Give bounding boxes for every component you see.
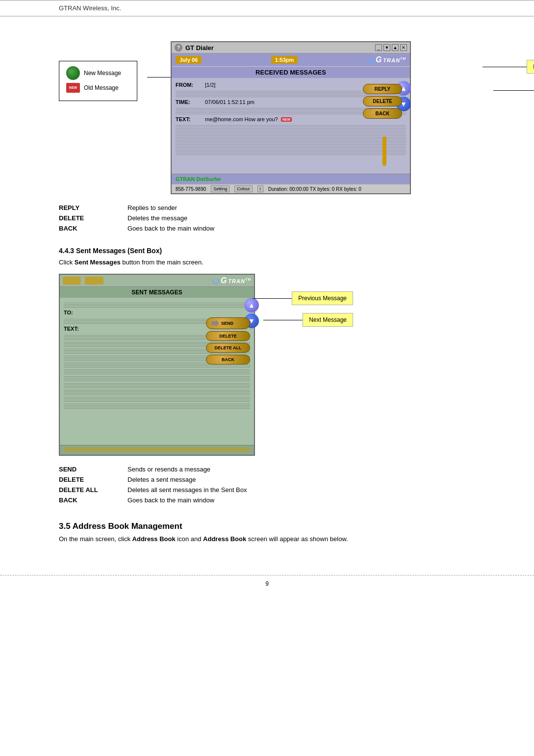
- text-label: TEXT:: [176, 116, 205, 122]
- sent-section-para: Click Sent Messages button from the main…: [59, 259, 475, 266]
- new-message-label: New Message: [84, 70, 121, 77]
- sent-logo: G TRANTM: [212, 276, 251, 285]
- dialer-footer-brand: GTRAN DotSurfer: [172, 174, 410, 184]
- sent-desc-deleteall-row: DELETE ALL Deletes all sent messages in …: [59, 486, 475, 494]
- colour-button[interactable]: Colour: [234, 185, 253, 192]
- page-content: New Message NEW Old Message ? GT Dialer: [0, 17, 534, 560]
- send-label: SEND: [221, 321, 233, 326]
- stripe-6: [176, 144, 406, 149]
- sent-prev-message-label: Previous Message: [292, 291, 353, 305]
- sent-date-pill-2: [85, 277, 103, 285]
- sent-rest: button from the main screen.: [122, 259, 203, 266]
- sent-stripe-10: [64, 382, 250, 388]
- sent-desc-deleteall-key: DELETE ALL: [59, 486, 127, 494]
- new-message-legend-item: New Message: [66, 66, 130, 80]
- sent-messages-header: SENT MESSAGES: [60, 287, 254, 298]
- arrow-line: [147, 77, 172, 78]
- sent-stripe-13: [64, 403, 250, 409]
- sent-toolbar-pills: [63, 277, 103, 285]
- scroll-indicator: [382, 136, 386, 166]
- sent-logo-g: G: [221, 276, 227, 285]
- from-label: FROM:: [176, 82, 205, 88]
- stripe-4: [176, 132, 406, 137]
- sent-back-button[interactable]: BACK: [206, 355, 250, 365]
- dialer-statusbar: 858-775-9890 Setting Colour i Duration: …: [172, 184, 410, 193]
- dialer-toolbar: July 06 1:53pm G TRANTM: [172, 53, 410, 66]
- address-para-bold2: Address Book: [203, 535, 246, 543]
- desc-reply-row: REPLY Replies to sender: [59, 204, 475, 211]
- setting-button[interactable]: Setting: [211, 185, 229, 192]
- sent-prev-callout-line: [253, 298, 292, 299]
- received-header-text: RECEIVED MESSAGES: [255, 69, 326, 76]
- sent-section: G TRANTM SENT MESSAGES ▲ ▼: [59, 274, 475, 456]
- time-label: TIME:: [176, 99, 205, 105]
- stripe-3: [176, 125, 406, 131]
- stripe-7: [176, 150, 406, 155]
- delete-button[interactable]: DELETE: [363, 96, 402, 106]
- reply-button[interactable]: REPLY: [363, 84, 402, 94]
- sent-header-text: SENT MESSAGES: [131, 289, 182, 296]
- back-button[interactable]: BACK: [363, 108, 402, 119]
- desc-back-val: Goes back to the main window: [127, 225, 214, 232]
- sent-stripe-8: [64, 368, 250, 374]
- dialer-action-buttons: REPLY DELETE BACK: [363, 84, 402, 119]
- sent-intro: Click: [59, 259, 73, 266]
- desc-back-key: BACK: [59, 225, 127, 232]
- sent-section-heading: 4.4.3 Sent Messages (Sent Box): [59, 247, 475, 255]
- old-message-legend-item: NEW Old Message: [66, 83, 130, 93]
- spacer: [176, 156, 406, 171]
- sent-delete-button[interactable]: DELETE: [206, 331, 250, 341]
- sent-spacer: [64, 410, 250, 419]
- sent-next-message-label: Next Message: [303, 313, 353, 327]
- stripe-5: [176, 138, 406, 143]
- new-badge: NEW: [281, 117, 292, 122]
- sent-dialer-wrapper: G TRANTM SENT MESSAGES ▲ ▼: [59, 274, 255, 456]
- dialer-body-inner: ▲ ▼ FROM: [1/2] TIME: 07/06/01 1:52:1: [176, 81, 406, 171]
- sent-desc-delete-key: DELETE: [59, 476, 127, 483]
- gt-dialer-wrapper: ? GT Dialer _ ▼ ▲ ✕ July 06 1:53pm: [171, 41, 475, 194]
- address-para-mid: icon and: [177, 535, 203, 543]
- sent-dialer-window: G TRANTM SENT MESSAGES ▲ ▼: [59, 274, 255, 456]
- address-heading: 3.5 Address Book Management: [59, 521, 475, 531]
- new-message-icon: [66, 66, 80, 80]
- sent-delete-all-button[interactable]: DELETE ALL: [206, 343, 250, 353]
- desc-delete-val: Deletes the message: [127, 214, 187, 222]
- company-name-text: GTRAN Wireless, Inc.: [59, 4, 121, 12]
- sent-desc-send-row: SEND Sends or resends a message: [59, 466, 475, 473]
- status-text: Duration: 00:00:00 TX bytes: 0 RX bytes:…: [268, 186, 361, 192]
- info-button[interactable]: i: [257, 185, 263, 192]
- company-name: GTRAN Wireless, Inc.: [0, 0, 534, 16]
- sent-desc-back-key: BACK: [59, 496, 127, 504]
- brand-link[interactable]: GTRAN DotSurfer: [176, 176, 221, 182]
- title-help-icon: ?: [175, 44, 182, 52]
- sent-desc-deleteall-val: Deletes all sent messages in the Sent Bo…: [127, 486, 247, 494]
- dialer-title-right: _ ▼ ▲ ✕: [375, 44, 407, 51]
- send-button[interactable]: SEND: [206, 317, 250, 329]
- minimize-button[interactable]: _: [375, 44, 382, 51]
- logo-g: G: [376, 55, 381, 64]
- sent-stripe-9: [64, 375, 250, 381]
- next-message-callout: Next Message: [493, 83, 534, 97]
- desc-reply-key: REPLY: [59, 204, 127, 211]
- desc-delete-row: DELETE Deletes the message: [59, 214, 475, 222]
- address-para: On the main screen, click Address Book i…: [59, 535, 475, 543]
- sent-next-message-callout: Next Message: [263, 313, 353, 327]
- dialer-title-left: ? GT Dialer: [175, 44, 214, 52]
- maximize-button[interactable]: ▼: [383, 44, 390, 51]
- sent-to-row: TO:: [64, 309, 250, 316]
- desc-delete-key: DELETE: [59, 214, 127, 222]
- sent-desc-send-val: Sends or resends a message: [127, 466, 210, 473]
- close-button[interactable]: ✕: [400, 44, 407, 51]
- sent-text-label: TEXT:: [64, 326, 88, 332]
- sent-prev-message-callout: Previous Message: [253, 291, 353, 305]
- time-pill: 1:53pm: [271, 56, 298, 64]
- address-para-start: On the main screen, click: [59, 535, 132, 543]
- restore-button[interactable]: ▲: [392, 44, 399, 51]
- address-para-end: screen will appear as shown below.: [248, 535, 348, 543]
- sent-date-pill-1: [63, 277, 81, 285]
- old-message-label: Old Message: [84, 84, 119, 91]
- gt-dialer-window: ? GT Dialer _ ▼ ▲ ✕ July 06 1:53pm: [171, 41, 411, 194]
- time-value: 07/06/01 1:52:11 pm: [205, 99, 254, 105]
- desc-back-row: BACK Goes back to the main window: [59, 225, 475, 232]
- date-pill: July 06: [176, 56, 202, 64]
